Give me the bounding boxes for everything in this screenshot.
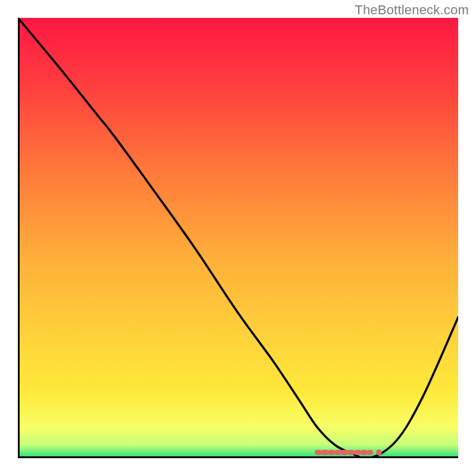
- chart-area: [18, 18, 458, 458]
- chart-background: [18, 18, 458, 458]
- chart-canvas: [18, 18, 458, 458]
- min-region-end-dot: [376, 449, 382, 455]
- watermark-text: TheBottleneck.com: [355, 2, 469, 18]
